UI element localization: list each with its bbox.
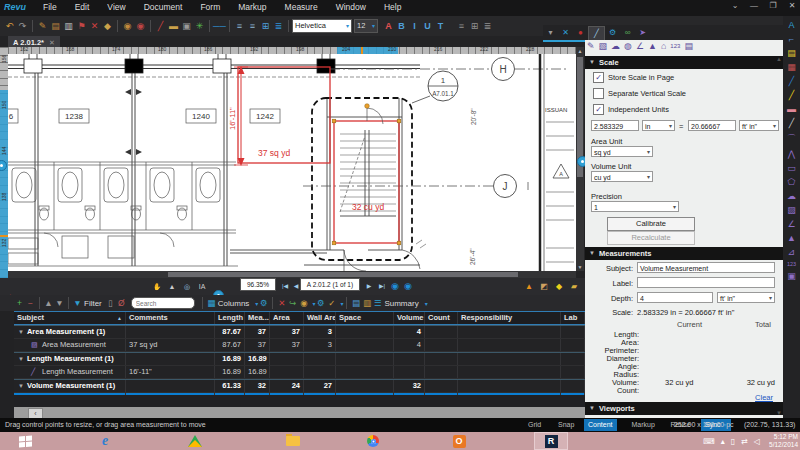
column-header-space[interactable]: Space: [336, 312, 394, 324]
sync-tray-icon[interactable]: ⇄: [741, 437, 748, 446]
rectangle-icon[interactable]: ▭: [787, 163, 796, 173]
distribute-icon[interactable]: ⊞: [468, 17, 481, 35]
subject-input[interactable]: Volume Measurement: [637, 262, 775, 273]
chevron-down-icon[interactable]: ▼: [18, 356, 24, 362]
menu-markup[interactable]: Markup: [229, 0, 275, 14]
move-up-icon[interactable]: ▲: [43, 296, 54, 310]
menu-edit[interactable]: Edit: [66, 0, 99, 14]
export-icon[interactable]: ▥: [361, 296, 372, 310]
column-header-subject[interactable]: Subject▲: [14, 312, 126, 324]
tool-chest-icon[interactable]: ➤: [635, 28, 650, 37]
checkbox-separate-vertical-scale[interactable]: [593, 88, 604, 99]
flag-icon[interactable]: ⚑: [75, 17, 88, 35]
font-family-select[interactable]: Helvetica▾: [292, 19, 352, 33]
measurements-section-header[interactable]: ▼ Measurements: [585, 247, 783, 260]
font-color-icon[interactable]: A: [382, 17, 395, 35]
ellipse-icon[interactable]: ◍: [624, 41, 632, 52]
scroll-down-icon[interactable]: ▼: [576, 264, 584, 270]
menu-window[interactable]: Window: [327, 0, 375, 14]
text-select-icon[interactable]: ΙA: [195, 280, 209, 293]
alert-icon[interactable]: ◆: [552, 280, 566, 293]
layers-icon[interactable]: ▣: [180, 17, 193, 35]
measure-tab-icon[interactable]: ╱: [588, 26, 605, 40]
ink-icon[interactable]: ◆: [101, 17, 114, 35]
depth-icon[interactable]: ⌂: [661, 41, 666, 52]
taskbar-clock[interactable]: 5:12 PM 5/12/2014: [769, 433, 798, 449]
pan-hand-icon[interactable]: ✋: [150, 280, 164, 293]
polygon-icon[interactable]: ▧: [599, 41, 608, 52]
volume-unit-select[interactable]: cu yd▾: [591, 171, 653, 182]
menu-help[interactable]: Help: [375, 0, 410, 14]
taskbar-app-revu[interactable]: R: [534, 432, 568, 450]
horizontal-ruler[interactable]: 162168174180186192198204210216222228: [8, 47, 576, 54]
scrollbar-thumb[interactable]: [168, 272, 518, 277]
column-header-area[interactable]: Area: [270, 312, 304, 324]
column-header-length[interactable]: Length: [215, 312, 245, 324]
import-icon[interactable]: ▤: [350, 296, 361, 310]
list-icon[interactable]: ≣: [272, 17, 285, 35]
scale-value-input[interactable]: 2.583329: [591, 120, 639, 131]
taskbar-app-internet-explorer[interactable]: e: [88, 432, 122, 450]
last-page-icon[interactable]: ▶|: [375, 280, 389, 293]
redo-icon[interactable]: ↷: [16, 17, 29, 35]
table-row[interactable]: ▼Volume Measurement (1)61.3332242732: [14, 379, 585, 393]
area-unit-select[interactable]: sq yd▾: [591, 146, 653, 157]
menu-file[interactable]: File: [34, 0, 66, 14]
align-objects-icon[interactable]: ≡: [455, 17, 468, 35]
menu-document[interactable]: Document: [135, 0, 192, 14]
callout-icon[interactable]: ⌐: [789, 34, 794, 44]
panel-scroll-up-icon[interactable]: ▲: [776, 56, 782, 62]
panel-close-icon[interactable]: ✕: [558, 28, 573, 37]
toggle-markup[interactable]: Markup: [628, 419, 659, 431]
table-row[interactable]: ╱Length Measurement16'-11"16.8916.89: [14, 366, 585, 379]
profile-icon[interactable]: ◩: [537, 280, 551, 293]
search-input[interactable]: [131, 297, 195, 309]
checkbox-independent-units[interactable]: ✓: [593, 104, 604, 115]
scale-section-header[interactable]: ▼ Scale: [585, 56, 783, 69]
image-icon[interactable]: ▤: [684, 41, 693, 52]
precision-select[interactable]: 1▾: [591, 201, 679, 212]
viewports-section-header[interactable]: ▼ Viewports: [585, 402, 783, 415]
move-down-icon[interactable]: ▼: [54, 296, 65, 310]
polyline-icon[interactable]: ⋀: [788, 149, 795, 159]
restore-icon[interactable]: ❐: [767, 1, 779, 10]
status-icon[interactable]: ◉: [298, 296, 309, 310]
angle-tool-icon[interactable]: ∠: [787, 219, 795, 229]
panel-caret-icon[interactable]: ▾: [543, 28, 558, 37]
close-icon[interactable]: ✕: [786, 1, 798, 10]
pencil-red-icon[interactable]: ╱: [154, 17, 167, 35]
measure-pen-icon[interactable]: ✎: [587, 41, 595, 52]
add-icon[interactable]: +: [14, 296, 25, 310]
trash-icon[interactable]: ▯: [105, 296, 116, 310]
tray-expand-icon[interactable]: ▴: [721, 437, 725, 446]
pencil-icon[interactable]: ╱: [789, 118, 794, 128]
copy-icon[interactable]: ▥: [62, 17, 75, 35]
panel-scroll-down-icon[interactable]: ▼: [776, 410, 782, 416]
pin-icon[interactable]: ◉: [121, 17, 134, 35]
depth-input[interactable]: 4: [637, 292, 713, 303]
canvas-horizontal-scrollbar[interactable]: [8, 271, 576, 278]
checkbox-store-scale-in-page[interactable]: ✓: [593, 72, 604, 83]
column-header-wall_area[interactable]: Wall Area: [304, 312, 336, 324]
filter-label[interactable]: Filter: [84, 299, 102, 308]
menu-measure[interactable]: Measure: [276, 0, 327, 14]
column-header-resp[interactable]: Responsibility: [458, 312, 561, 324]
paste-icon[interactable]: ▤: [49, 17, 62, 35]
hatch-icon[interactable]: ▨: [787, 205, 796, 215]
spacing-icon[interactable]: ≡: [233, 17, 246, 35]
columns-label[interactable]: Columns: [218, 299, 250, 308]
select-arrow-icon[interactable]: ▲: [165, 280, 179, 293]
toggle-grid[interactable]: Grid: [524, 419, 545, 431]
upload-icon[interactable]: ▲: [522, 280, 536, 293]
chevron-down-icon[interactable]: ▾: [425, 300, 428, 307]
search-binoculars-icon[interactable]: ∞: [620, 28, 635, 37]
undo-icon[interactable]: ↶: [3, 17, 16, 35]
view-back-icon[interactable]: ◉: [388, 280, 402, 293]
summary-label[interactable]: Summary: [384, 299, 418, 308]
scale-value2-input[interactable]: 20.66667: [688, 120, 736, 131]
align-icon[interactable]: ≡: [246, 17, 259, 35]
menu-caret-icon[interactable]: ⌄: [729, 1, 741, 10]
snapshot-icon[interactable]: ✳: [193, 17, 206, 35]
clear-filter-icon[interactable]: Ø: [116, 296, 127, 310]
count-tool-icon[interactable]: 123: [787, 261, 796, 267]
